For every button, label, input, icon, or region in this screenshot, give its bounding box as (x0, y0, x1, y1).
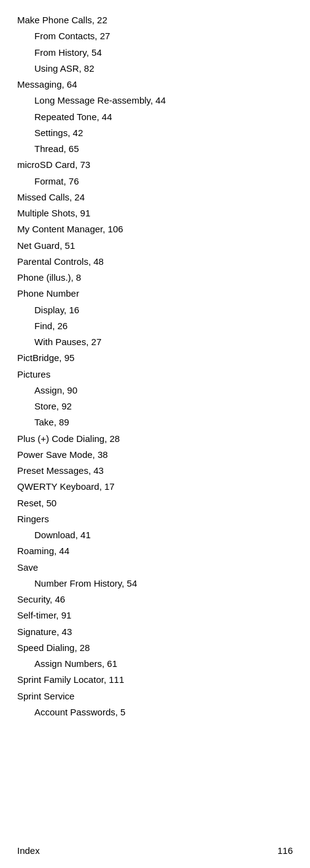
index-item: Speed Dialing, 28 (17, 640, 293, 656)
index-item: Power Save Mode, 38 (17, 447, 293, 463)
footer-right: 116 (277, 845, 293, 856)
index-item: Thread, 65 (17, 141, 293, 157)
page-container: Make Phone Calls, 22From Contacts, 27Fro… (0, 0, 310, 868)
index-item: Self-timer, 91 (17, 607, 293, 623)
index-item: Roaming, 44 (17, 543, 293, 559)
index-item: Net Guard, 51 (17, 238, 293, 254)
index-item: Account Passwords, 5 (17, 704, 293, 720)
index-item: Assign Numbers, 61 (17, 656, 293, 672)
index-item: From History, 54 (17, 45, 293, 61)
index-item: Missed Calls, 24 (17, 189, 293, 205)
index-item: Sprint Service (17, 688, 293, 704)
index-item: Sprint Family Locator, 111 (17, 672, 293, 688)
index-item: Find, 26 (17, 318, 293, 334)
index-item: Settings, 42 (17, 125, 293, 141)
index-item: Parental Controls, 48 (17, 254, 293, 270)
footer-left: Index (17, 845, 40, 856)
index-item: Take, 89 (17, 414, 293, 430)
index-item: Pictures (17, 367, 293, 383)
index-item: Display, 16 (17, 302, 293, 318)
index-item: Assign, 90 (17, 383, 293, 398)
index-item: Preset Messages, 43 (17, 463, 293, 479)
index-item: PictBridge, 95 (17, 350, 293, 366)
index-item: Repeated Tone, 44 (17, 109, 293, 125)
index-item: Ringers (17, 511, 293, 527)
index-item: Number From History, 54 (17, 576, 293, 592)
index-item: Multiple Shots, 91 (17, 205, 293, 221)
index-item: From Contacts, 27 (17, 28, 293, 44)
index-item: Plus (+) Code Dialing, 28 (17, 431, 293, 447)
index-item: Save (17, 560, 293, 576)
index-item: Format, 76 (17, 173, 293, 189)
index-item: Long Message Re-assembly, 44 (17, 93, 293, 108)
index-item: Phone Number (17, 286, 293, 302)
index-item: QWERTY Keyboard, 17 (17, 479, 293, 495)
index-item: microSD Card, 73 (17, 157, 293, 173)
index-item: Make Phone Calls, 22 (17, 12, 293, 28)
index-content: Make Phone Calls, 22From Contacts, 27Fro… (17, 12, 293, 720)
index-item: Store, 92 (17, 398, 293, 414)
index-item: My Content Manager, 106 (17, 221, 293, 237)
footer: Index 116 (17, 845, 293, 856)
index-item: Using ASR, 82 (17, 61, 293, 77)
index-item: Signature, 43 (17, 624, 293, 640)
index-item: Download, 41 (17, 527, 293, 543)
index-item: Phone (illus.), 8 (17, 270, 293, 286)
index-item: With Pauses, 27 (17, 334, 293, 350)
index-item: Reset, 50 (17, 495, 293, 511)
index-item: Messaging, 64 (17, 77, 293, 93)
index-item: Security, 46 (17, 592, 293, 607)
